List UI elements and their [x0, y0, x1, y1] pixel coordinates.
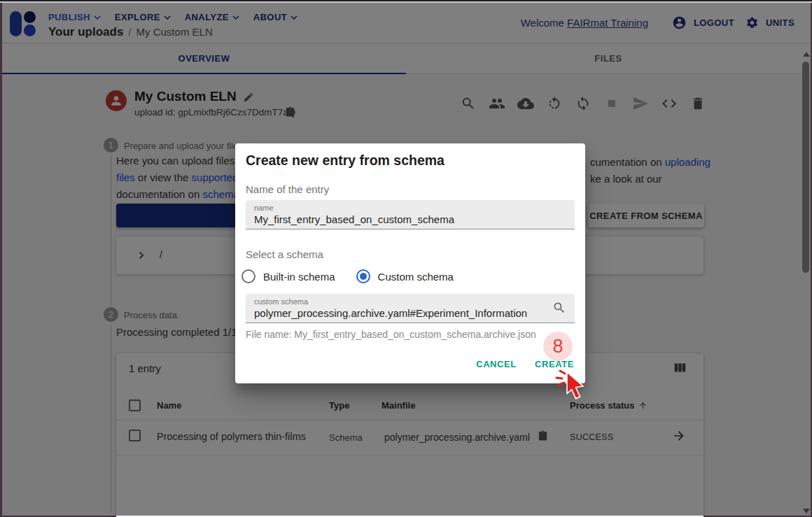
name-input-label: name — [254, 204, 274, 212]
cancel-button[interactable]: CANCEL — [476, 359, 517, 369]
radio-custom-label[interactable]: Custom schema — [378, 271, 454, 283]
search-small-icon[interactable] — [552, 301, 566, 315]
screen: PUBLISH EXPLORE ANALYZE ABOUT Your uploa… — [0, 0, 812, 517]
cursor-click-icon — [554, 365, 589, 411]
name-input[interactable]: name My_first_entry_based_on_custom_sche… — [246, 200, 575, 229]
name-input-value: My_first_entry_based_on_custom_schema — [254, 213, 454, 225]
radio-custom-schema[interactable] — [356, 269, 370, 283]
radio-builtin-label[interactable]: Built-in schema — [263, 271, 335, 283]
custom-schema-input[interactable]: custom schema polymer_processing.archive… — [246, 294, 575, 323]
schema-radio-group: Built-in schema Custom schema — [241, 269, 454, 283]
schema-section-label: Select a schema — [246, 248, 323, 260]
create-entry-dialog: Create new entry from schema Name of the… — [235, 143, 585, 383]
name-section-label: Name of the entry — [246, 183, 329, 195]
radio-builtin-schema[interactable] — [241, 269, 255, 283]
dialog-title: Create new entry from schema — [246, 153, 444, 169]
custom-schema-input-value: polymer_processing.archive.yaml#Experime… — [254, 307, 527, 319]
custom-schema-input-label: custom schema — [254, 297, 308, 306]
file-name-hint: File name: My_first_entry_based_on_custo… — [246, 329, 536, 340]
tutorial-step-badge: 8 — [543, 332, 573, 361]
